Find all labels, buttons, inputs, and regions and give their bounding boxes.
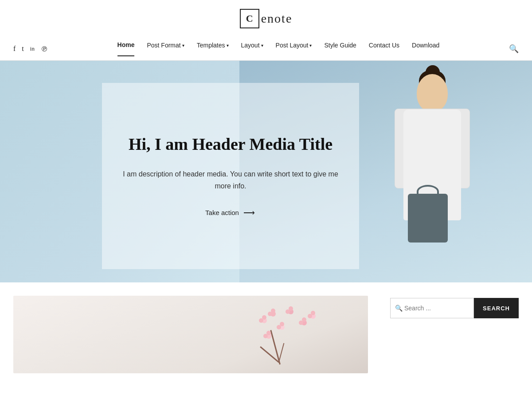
hero-section: Hi, I am Header Media Title I am descrip… (0, 61, 532, 282)
blossom-branch (244, 307, 332, 364)
flower-6 (301, 320, 307, 325)
flower-3 (288, 309, 293, 314)
figure-bag (408, 194, 448, 243)
chevron-down-icon: ▾ (227, 43, 229, 48)
social-icons: f t in ℗ (13, 45, 48, 53)
flower-2 (262, 318, 267, 323)
hero-title: Hi, I am Header Media Title (129, 134, 332, 155)
search-input-wrapper: 🔍 (390, 298, 474, 318)
post-thumbnail (13, 296, 368, 373)
nav-item-layout[interactable]: Layout ▾ (241, 42, 263, 56)
search-input[interactable] (404, 305, 469, 312)
hero-cta-button[interactable]: Take action ⟶ (205, 208, 256, 218)
sidebar: 🔍 SEARCH (368, 296, 519, 373)
twitter-icon[interactable]: t (22, 45, 23, 53)
flower-5 (266, 333, 271, 339)
nav-item-style-guide[interactable]: Style Guide (324, 42, 356, 56)
content-area: 🔍 SEARCH (0, 282, 532, 373)
nav-item-contact[interactable]: Contact Us (369, 42, 399, 56)
flower-1 (270, 311, 276, 317)
branch-line (270, 330, 281, 364)
chevron-down-icon: ▾ (309, 43, 312, 48)
site-logo[interactable]: C enote (240, 9, 293, 28)
facebook-icon[interactable]: f (13, 45, 16, 53)
nav-menu: Home Post Format ▾ Templates ▾ Layout ▾ … (117, 41, 440, 56)
nav-item-home[interactable]: Home (117, 41, 135, 56)
search-widget: 🔍 SEARCH (390, 298, 519, 318)
logo-letter: C (246, 13, 253, 24)
search-button[interactable]: SEARCH (474, 298, 519, 318)
site-header: C enote f t in ℗ Home Post Format ▾ Temp… (0, 0, 532, 61)
nav-link-home[interactable]: Home (117, 41, 135, 56)
nav-link-post-format[interactable]: Post Format ▾ (147, 42, 184, 56)
hero-description: I am description of header media. You ca… (120, 168, 341, 192)
nav-item-post-format[interactable]: Post Format ▾ (147, 42, 184, 56)
search-icon[interactable]: 🔍 (509, 44, 519, 54)
pinterest-icon[interactable]: ℗ (41, 45, 48, 53)
nav-link-post-layout[interactable]: Post Layout ▾ (276, 42, 312, 56)
nav-item-templates[interactable]: Templates ▾ (197, 42, 229, 56)
logo-box: C (240, 9, 259, 28)
figure-head (417, 74, 448, 112)
flower-7 (310, 313, 316, 319)
linkedin-icon[interactable]: in (30, 45, 35, 52)
search-small-icon: 🔍 (395, 305, 403, 312)
chevron-down-icon: ▾ (182, 43, 184, 48)
nav-link-download[interactable]: Download (412, 42, 439, 56)
nav-link-contact[interactable]: Contact Us (369, 42, 399, 56)
nav-link-templates[interactable]: Templates ▾ (197, 42, 229, 56)
nav-link-layout[interactable]: Layout ▾ (241, 42, 263, 56)
nav-bar: f t in ℗ Home Post Format ▾ Templates ▾ … (0, 37, 532, 60)
nav-item-download[interactable]: Download (412, 42, 439, 56)
nav-item-post-layout[interactable]: Post Layout ▾ (276, 42, 312, 56)
chevron-down-icon: ▾ (261, 43, 263, 48)
nav-link-style-guide[interactable]: Style Guide (324, 42, 356, 56)
logo-text: enote (261, 12, 293, 26)
hero-overlay: Hi, I am Header Media Title I am descrip… (102, 83, 359, 269)
flower-4 (279, 325, 285, 330)
hero-cta-label: Take action (205, 209, 239, 216)
hero-figure (364, 70, 497, 282)
hero-cta-arrow: ⟶ (243, 208, 256, 218)
